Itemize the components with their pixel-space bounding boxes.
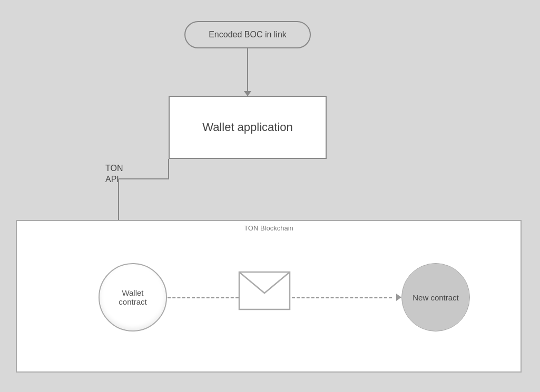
boc-pill: Encoded BOC in link (184, 21, 311, 48)
connector-v-right (168, 159, 169, 179)
wallet-contract-label: Walletcontract (119, 288, 146, 306)
diagram-container: Encoded BOC in link Wallet application T… (0, 0, 540, 392)
arrow-boc-to-wallet (247, 48, 248, 96)
dashed-line-2 (292, 297, 401, 298)
envelope-icon (238, 271, 291, 310)
blockchain-container: TON Blockchain Walletcontract New contra… (16, 220, 522, 373)
wallet-app-label: Wallet application (202, 120, 293, 134)
new-contract-label: New contract (413, 293, 459, 302)
boc-label: Encoded BOC in link (209, 30, 287, 39)
ton-api-label: TONAPI (105, 163, 123, 185)
new-contract-circle: New contract (401, 263, 470, 331)
connector-h (119, 178, 169, 179)
wallet-app-box: Wallet application (169, 96, 327, 159)
wallet-contract-circle: Walletcontract (99, 263, 167, 331)
dashed-line-1 (168, 297, 239, 298)
blockchain-label: TON Blockchain (244, 224, 293, 232)
